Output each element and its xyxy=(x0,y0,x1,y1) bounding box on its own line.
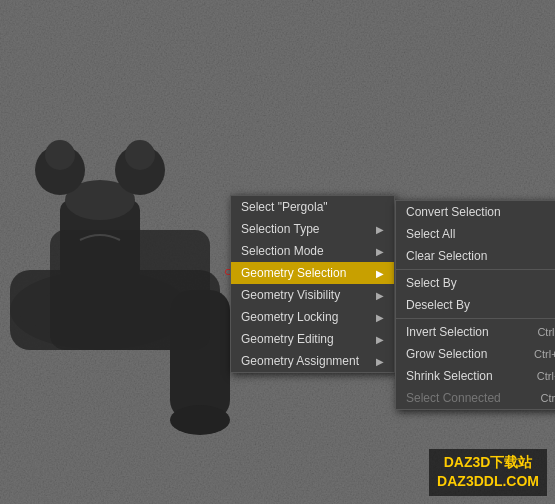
menu-label-geometry-assignment: Geometry Assignment xyxy=(241,354,359,368)
menu-item-geometry-locking[interactable]: Geometry Locking ▶ xyxy=(231,306,394,328)
menu-item-select-pergola[interactable]: Select "Pergola" xyxy=(231,196,394,218)
submenu-arrow-selection-type: ▶ xyxy=(376,224,384,235)
menu-label-selection-mode: Selection Mode xyxy=(241,244,324,258)
submenu-item-clear-selection[interactable]: Clear Selection xyxy=(396,245,555,267)
submenu-arrow-geometry-assignment: ▶ xyxy=(376,356,384,367)
submenu-item-grow-selection[interactable]: Grow Selection Ctrl++ xyxy=(396,343,555,365)
submenu-item-select-connected[interactable]: Select Connected Ctrl+ xyxy=(396,387,555,409)
submenu-arrow-geometry-locking: ▶ xyxy=(376,312,384,323)
svg-point-12 xyxy=(125,140,155,170)
submenu-label-deselect-by: Deselect By xyxy=(406,298,470,312)
submenu-shortcut-grow-selection: Ctrl++ xyxy=(534,348,555,360)
submenu-label-grow-selection: Grow Selection xyxy=(406,347,487,361)
context-menu: Select "Pergola" Selection Type ▶ Select… xyxy=(230,195,395,373)
submenu-shortcut-shrink-selection: Ctrl+- xyxy=(537,370,555,382)
submenu-label-invert-selection: Invert Selection xyxy=(406,325,489,339)
watermark-line2: DAZ3DDL.COM xyxy=(437,472,539,492)
watermark-line1: DAZ3D下载站 xyxy=(437,453,539,473)
watermark: DAZ3D下载站 DAZ3DDL.COM xyxy=(429,449,547,496)
submenu-item-shrink-selection[interactable]: Shrink Selection Ctrl+- xyxy=(396,365,555,387)
menu-label-geometry-locking: Geometry Locking xyxy=(241,310,338,324)
submenu-label-clear-selection: Clear Selection xyxy=(406,249,487,263)
menu-item-selection-type[interactable]: Selection Type ▶ xyxy=(231,218,394,240)
submenu-arrow-geometry-selection: ▶ xyxy=(376,268,384,279)
submenu-item-deselect-by[interactable]: Deselect By ▶ xyxy=(396,294,555,316)
submenu-separator-1 xyxy=(396,269,555,270)
svg-point-10 xyxy=(45,140,75,170)
submenu-label-select-connected: Select Connected xyxy=(406,391,501,405)
menu-label-geometry-visibility: Geometry Visibility xyxy=(241,288,340,302)
submenu-item-select-all[interactable]: Select All xyxy=(396,223,555,245)
menu-item-geometry-editing[interactable]: Geometry Editing ▶ xyxy=(231,328,394,350)
submenu-arrow-geometry-visibility: ▶ xyxy=(376,290,384,301)
submenu-label-convert-selection: Convert Selection xyxy=(406,205,501,219)
submenu-separator-2 xyxy=(396,318,555,319)
submenu-arrow-geometry-editing: ▶ xyxy=(376,334,384,345)
menu-item-selection-mode[interactable]: Selection Mode ▶ xyxy=(231,240,394,262)
menu-label-geometry-selection: Geometry Selection xyxy=(241,266,346,280)
submenu-item-select-by[interactable]: Select By ▶ xyxy=(396,272,555,294)
svg-rect-13 xyxy=(50,230,210,350)
submenu-label-select-by: Select By xyxy=(406,276,457,290)
background: ○ Select "Pergola" Selection Type ▶ Sele… xyxy=(0,0,555,504)
menu-label-select-pergola: Select "Pergola" xyxy=(241,200,328,214)
geometry-selection-submenu: Convert Selection ▶ Select All Clear Sel… xyxy=(395,200,555,410)
menu-item-geometry-visibility[interactable]: Geometry Visibility ▶ xyxy=(231,284,394,306)
svg-point-6 xyxy=(170,405,230,435)
menu-item-geometry-assignment[interactable]: Geometry Assignment ▶ xyxy=(231,350,394,372)
submenu-shortcut-select-connected: Ctrl+ xyxy=(540,392,555,404)
menu-label-selection-type: Selection Type xyxy=(241,222,320,236)
menu-item-geometry-selection[interactable]: Geometry Selection ▶ xyxy=(231,262,394,284)
menu-label-geometry-editing: Geometry Editing xyxy=(241,332,334,346)
submenu-label-select-all: Select All xyxy=(406,227,455,241)
submenu-shortcut-invert-selection: Ctrl+/ xyxy=(537,326,555,338)
submenu-label-shrink-selection: Shrink Selection xyxy=(406,369,493,383)
submenu-item-invert-selection[interactable]: Invert Selection Ctrl+/ xyxy=(396,321,555,343)
submenu-arrow-selection-mode: ▶ xyxy=(376,246,384,257)
submenu-item-convert-selection[interactable]: Convert Selection ▶ xyxy=(396,201,555,223)
